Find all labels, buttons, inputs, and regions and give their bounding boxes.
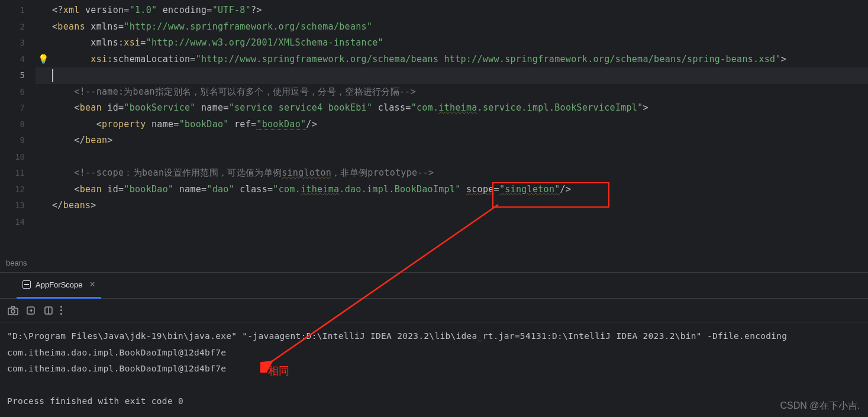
layout-icon[interactable] <box>40 302 57 319</box>
code-line-12[interactable]: <bean id="bookDao" name="dao" class="com… <box>36 182 868 198</box>
console-toolbar <box>0 299 868 322</box>
code-line-10[interactable] <box>36 149 868 166</box>
run-panel: AppForScope × "D:\Program Files\Java\jdk… <box>0 272 868 416</box>
export-icon[interactable] <box>22 302 39 319</box>
code-line-1[interactable]: <?xml version="1.0" encoding="UTF-8"?> <box>36 2 868 19</box>
code-line-2[interactable]: <beans xmlns="http://www.springframework… <box>36 19 868 35</box>
run-tab-appforscope[interactable]: AppForScope × <box>17 273 101 299</box>
console-line: com.itheima.dao.impl.BookDaoImpl@12d4bf7… <box>7 345 861 361</box>
svg-rect-1 <box>8 308 18 315</box>
line-gutter: 1 2 3 4 5 6 7 8 9 10 11 12 13 14 <box>0 0 36 254</box>
code-line-7[interactable]: <bean id="bookService" name="service ser… <box>36 100 868 117</box>
console-line <box>7 377 861 394</box>
code-line-4[interactable]: 💡 xsi:schemaLocation="http://www.springf… <box>36 51 868 68</box>
annotation-label: 相同 <box>268 364 289 378</box>
run-tab-label: AppForScope <box>36 280 83 289</box>
code-line-5[interactable] <box>36 67 868 84</box>
watermark: CSDN @在下小吉. <box>780 400 860 412</box>
close-tab-icon[interactable]: × <box>90 279 95 290</box>
run-config-icon <box>22 280 31 289</box>
intention-bulb-icon[interactable]: 💡 <box>38 51 49 68</box>
code-line-11[interactable]: <!--scope：为bean设置作用范围，可选值为单例singloton，非单… <box>36 165 868 182</box>
code-line-6[interactable]: <!--name:为bean指定别名，别名可以有多个，使用逗号，分号，空格进行分… <box>36 84 868 101</box>
console-output[interactable]: "D:\Program Files\Java\jdk-19\bin\java.e… <box>0 322 868 416</box>
run-tab-bar: AppForScope × <box>0 273 868 299</box>
code-line-3[interactable]: xmlns:xsi="http://www.w3.org/2001/XMLSch… <box>36 35 868 51</box>
code-line-13[interactable]: </beans> <box>36 198 868 214</box>
console-line: "D:\Program Files\Java\jdk-19\bin\java.e… <box>7 328 861 345</box>
console-line: com.itheima.dao.impl.BookDaoImpl@12d4bf7… <box>7 361 861 377</box>
code-editor[interactable]: 1 2 3 4 5 6 7 8 9 10 11 12 13 14 <?xml v… <box>0 0 868 254</box>
code-line-8[interactable]: <property name="bookDao" ref="bookDao"/> <box>36 117 868 133</box>
code-content[interactable]: <?xml version="1.0" encoding="UTF-8"?> <… <box>36 0 868 254</box>
code-line-9[interactable]: </bean> <box>36 132 868 149</box>
more-icon[interactable] <box>60 306 62 315</box>
text-caret <box>52 69 53 82</box>
screenshot-icon[interactable] <box>5 302 21 319</box>
svg-point-2 <box>11 309 15 313</box>
breadcrumb[interactable]: beans <box>0 254 868 272</box>
console-line: Process finished with exit code 0 <box>7 393 861 410</box>
